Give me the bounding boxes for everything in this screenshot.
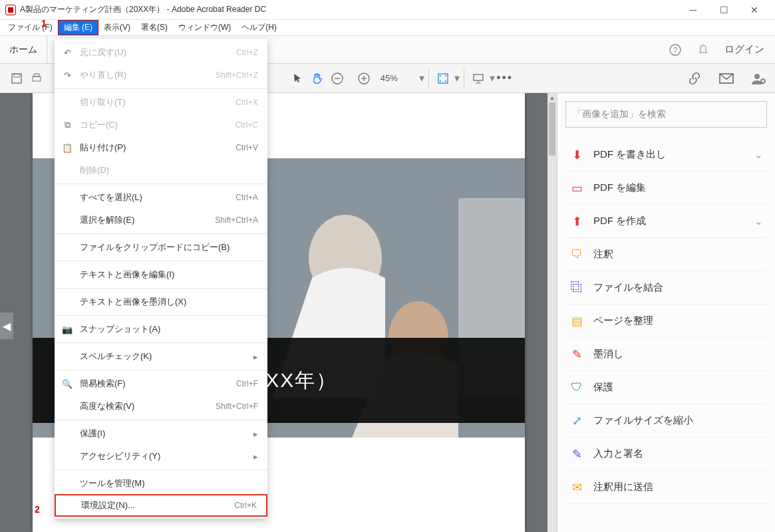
zoom-in-button[interactable] bbox=[354, 68, 374, 88]
save-icon[interactable] bbox=[7, 68, 27, 88]
menu-separator bbox=[55, 261, 267, 261]
menu-item[interactable]: アクセシビリティ(Y)▸ bbox=[55, 445, 267, 467]
menu-item-shortcut: Shift+Ctrl+F bbox=[216, 402, 258, 411]
maximize-button[interactable]: ☐ bbox=[708, 0, 739, 20]
blank-icon bbox=[60, 476, 75, 491]
sidebar-item[interactable]: ⬆PDF を作成⌄ bbox=[565, 205, 767, 238]
menu-item-label: 環境設定(N)... bbox=[81, 499, 229, 511]
menu-item-label: スナップショット(A) bbox=[80, 323, 253, 335]
menu-item-label: 保護(I) bbox=[80, 428, 248, 440]
svg-rect-3 bbox=[14, 74, 19, 77]
menu-separator bbox=[55, 233, 267, 234]
sidebar-item-label: PDF を作成 bbox=[593, 215, 646, 227]
zoom-out-button[interactable] bbox=[327, 68, 347, 88]
sidebar-item[interactable]: ▭PDF を編集 bbox=[565, 172, 767, 205]
menu-item[interactable]: ファイルをクリップボードにコピー(B) bbox=[55, 236, 267, 259]
minimize-button[interactable]: ─ bbox=[678, 0, 708, 20]
menu-item: 切り取り(T)Ctrl+X bbox=[55, 91, 267, 114]
menu-item[interactable]: ツールを管理(M) bbox=[55, 472, 267, 495]
vertical-scrollbar[interactable]: ▲ bbox=[547, 93, 557, 532]
menu-item-label: 切り取り(T) bbox=[80, 96, 230, 108]
read-dropdown-icon[interactable]: ▾ bbox=[490, 72, 495, 84]
redo-icon: ↷ bbox=[60, 68, 75, 82]
menu-item[interactable]: すべてを選択(L)Ctrl+A bbox=[55, 186, 267, 209]
sidebar-item[interactable]: ⤢ファイルサイズを縮小 bbox=[565, 404, 767, 438]
menu-item-shortcut: Ctrl+Z bbox=[236, 48, 258, 57]
home-tab[interactable]: ホーム bbox=[0, 36, 47, 63]
menu-separator bbox=[55, 420, 267, 420]
sidebar-item[interactable]: ▤ページを整理 bbox=[565, 305, 767, 338]
menu-item[interactable]: 保護(I)▸ bbox=[55, 422, 267, 445]
menu-separator bbox=[55, 370, 267, 370]
sidebar-item-label: 保護 bbox=[593, 381, 613, 394]
undo-icon: ↶ bbox=[60, 45, 75, 60]
add-person-icon[interactable] bbox=[748, 68, 768, 88]
sidebar-item[interactable]: ✎墨消し bbox=[565, 338, 767, 371]
menu-item[interactable]: 📷スナップショット(A) bbox=[55, 318, 267, 340]
menu-v[interactable]: 表示(V) bbox=[98, 21, 136, 35]
sidebar-item[interactable]: 🗨注釈 bbox=[565, 238, 767, 271]
menu-item[interactable]: 🔍簡易検索(F)Ctrl+F bbox=[55, 372, 267, 395]
scroll-thumb[interactable] bbox=[549, 102, 555, 156]
menu-item[interactable]: テキストと画像を編集(I) bbox=[55, 263, 267, 286]
menu-item-shortcut: Shift+Ctrl+A bbox=[215, 215, 258, 225]
prev-page-button[interactable]: ◀ bbox=[0, 313, 13, 339]
email-icon[interactable] bbox=[716, 68, 736, 88]
sidebar-item[interactable]: 🛡保護 bbox=[565, 371, 767, 404]
help-icon[interactable]: ? bbox=[669, 43, 682, 57]
menu-h[interactable]: ヘルプ(H) bbox=[236, 21, 282, 35]
sidebar-item-label: 墨消し bbox=[593, 348, 623, 360]
sidebar-item[interactable]: ✉注釈用に送信 bbox=[565, 471, 767, 504]
sidebar-item-label: PDF を書き出し bbox=[593, 148, 666, 161]
right-sidebar: 「画像を追加」を検索 ⬇PDF を書き出し⌄▭PDF を編集⬆PDF を作成⌄🗨… bbox=[557, 93, 775, 532]
scroll-up-arrow[interactable]: ▲ bbox=[547, 93, 557, 102]
sidebar-item-icon: ⬇ bbox=[569, 148, 584, 162]
sidebar-item-label: 注釈 bbox=[593, 248, 613, 261]
menu-item-label: テキストと画像を墨消し(X) bbox=[80, 296, 253, 308]
login-link[interactable]: ログイン bbox=[724, 43, 764, 56]
menu-item[interactable]: スペルチェック(K)▸ bbox=[55, 345, 267, 368]
submenu-arrow-icon: ▸ bbox=[253, 352, 258, 362]
fit-dropdown-icon[interactable]: ▾ bbox=[454, 72, 460, 84]
cursor-icon[interactable] bbox=[287, 68, 307, 88]
bell-icon[interactable] bbox=[697, 43, 710, 57]
menu-item-label: 元に戻す(U) bbox=[80, 47, 231, 59]
menu-item[interactable]: 📋貼り付け(P)Ctrl+V bbox=[55, 136, 267, 159]
menu-item[interactable]: 環境設定(N)...Ctrl+K bbox=[55, 494, 267, 517]
blank-icon bbox=[60, 240, 75, 255]
sidebar-item-icon: ✎ bbox=[569, 347, 584, 362]
zoom-percentage[interactable]: 45% bbox=[381, 73, 412, 83]
close-button[interactable]: ✕ bbox=[739, 0, 770, 20]
zoom-dropdown-icon[interactable]: ▾ bbox=[419, 72, 424, 84]
hand-icon[interactable] bbox=[307, 68, 327, 88]
sidebar-item-label: 注釈用に送信 bbox=[593, 481, 653, 493]
menu-item-shortcut: Ctrl+V bbox=[235, 143, 258, 152]
svg-text:?: ? bbox=[673, 46, 677, 54]
sidebar-item[interactable]: ⬇PDF を書き出し⌄ bbox=[565, 138, 767, 172]
sidebar-search-placeholder: 「画像を追加」を検索 bbox=[573, 108, 666, 120]
fit-page-icon[interactable] bbox=[433, 68, 453, 88]
menu-item[interactable]: テキストと画像を墨消し(X) bbox=[55, 291, 267, 313]
menu-s[interactable]: 署名(S) bbox=[136, 21, 173, 35]
menu-item-shortcut: Ctrl+K bbox=[234, 501, 257, 510]
sidebar-search-input[interactable]: 「画像を追加」を検索 bbox=[565, 101, 767, 128]
search-icon: 🔍 bbox=[60, 376, 75, 391]
menu-item-label: 貼り付け(P) bbox=[80, 142, 230, 154]
print-icon[interactable] bbox=[27, 68, 47, 88]
sidebar-item-icon: ⤢ bbox=[569, 414, 584, 428]
menu-item[interactable]: 高度な検索(V)Shift+Ctrl+F bbox=[55, 395, 267, 418]
sidebar-item[interactable]: ✎入力と署名 bbox=[565, 438, 767, 471]
read-mode-icon[interactable] bbox=[468, 68, 488, 88]
title-bar: A製品のマーケティング計画（20XX年） - Adobe Acrobat Rea… bbox=[0, 0, 775, 20]
blank-icon bbox=[60, 449, 75, 464]
share-link-icon[interactable] bbox=[685, 68, 704, 88]
menu-separator bbox=[55, 88, 267, 89]
menu-w[interactable]: ウィンドウ(W) bbox=[173, 21, 236, 35]
sidebar-item-icon: ⿻ bbox=[569, 281, 584, 295]
menu-e[interactable]: 編集 (E) bbox=[58, 20, 98, 35]
more-icon[interactable]: ••• bbox=[495, 68, 515, 88]
sidebar-item[interactable]: ⿻ファイルを結合 bbox=[565, 271, 767, 305]
blank-icon bbox=[60, 95, 75, 110]
menu-item[interactable]: 選択を解除(E)Shift+Ctrl+A bbox=[55, 209, 267, 231]
menu-item-shortcut: Ctrl+A bbox=[235, 193, 258, 202]
